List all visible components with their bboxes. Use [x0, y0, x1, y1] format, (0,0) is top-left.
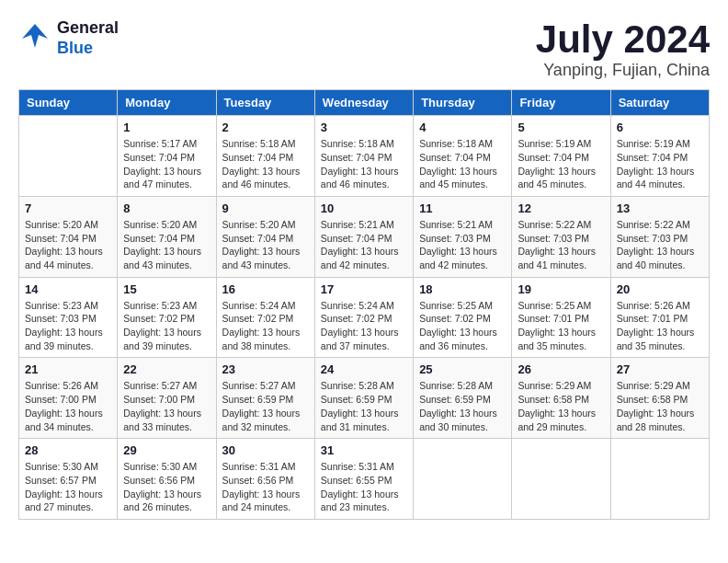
day-number: 7	[25, 201, 111, 215]
header-cell-monday: Monday	[118, 90, 216, 116]
header-row: SundayMondayTuesdayWednesdayThursdayFrid…	[19, 90, 710, 116]
location-title: Yanping, Fujian, China	[536, 61, 710, 80]
day-number: 2	[222, 121, 309, 134]
day-number: 16	[222, 282, 309, 296]
day-cell: 16Sunrise: 5:24 AM Sunset: 7:02 PM Dayli…	[216, 277, 314, 358]
day-cell: 15Sunrise: 5:23 AM Sunset: 7:02 PM Dayli…	[118, 277, 216, 358]
day-number: 18	[419, 282, 506, 296]
day-cell: 7Sunrise: 5:20 AM Sunset: 7:04 PM Daylig…	[19, 196, 118, 277]
day-info: Sunrise: 5:27 AM Sunset: 6:59 PM Dayligh…	[222, 379, 309, 433]
day-number: 15	[123, 282, 210, 296]
day-cell: 6Sunrise: 5:19 AM Sunset: 7:04 PM Daylig…	[610, 116, 709, 197]
day-number: 14	[25, 282, 111, 296]
month-year-title: July 2024	[536, 18, 710, 61]
day-info: Sunrise: 5:24 AM Sunset: 7:02 PM Dayligh…	[222, 299, 309, 353]
day-number: 6	[617, 121, 703, 134]
week-row-1: 1Sunrise: 5:17 AM Sunset: 7:04 PM Daylig…	[19, 116, 710, 197]
day-number: 28	[25, 443, 111, 457]
day-info: Sunrise: 5:22 AM Sunset: 7:03 PM Dayligh…	[518, 218, 604, 272]
day-cell: 1Sunrise: 5:17 AM Sunset: 7:04 PM Daylig…	[118, 116, 216, 197]
day-info: Sunrise: 5:20 AM Sunset: 7:04 PM Dayligh…	[123, 218, 210, 272]
logo-general: General	[57, 18, 119, 39]
day-cell: 30Sunrise: 5:31 AM Sunset: 6:56 PM Dayli…	[216, 439, 314, 520]
day-number: 22	[123, 362, 210, 376]
day-info: Sunrise: 5:28 AM Sunset: 6:59 PM Dayligh…	[321, 379, 407, 433]
title-area: July 2024 Yanping, Fujian, China	[536, 18, 710, 80]
header: General Blue July 2024 Yanping, Fujian, …	[18, 18, 710, 80]
day-cell: 10Sunrise: 5:21 AM Sunset: 7:04 PM Dayli…	[314, 196, 413, 277]
day-info: Sunrise: 5:23 AM Sunset: 7:03 PM Dayligh…	[25, 299, 111, 353]
header-cell-tuesday: Tuesday	[216, 90, 314, 116]
day-cell: 25Sunrise: 5:28 AM Sunset: 6:59 PM Dayli…	[414, 358, 512, 439]
day-cell: 23Sunrise: 5:27 AM Sunset: 6:59 PM Dayli…	[216, 358, 314, 439]
day-number: 4	[419, 121, 506, 134]
day-info: Sunrise: 5:26 AM Sunset: 7:00 PM Dayligh…	[25, 379, 111, 433]
day-cell: 20Sunrise: 5:26 AM Sunset: 7:01 PM Dayli…	[610, 277, 709, 358]
day-info: Sunrise: 5:29 AM Sunset: 6:58 PM Dayligh…	[617, 379, 703, 433]
logo-text: General Blue	[57, 18, 119, 58]
day-number: 21	[25, 362, 111, 376]
day-cell: 5Sunrise: 5:19 AM Sunset: 7:04 PM Daylig…	[512, 116, 610, 197]
header-cell-thursday: Thursday	[414, 90, 512, 116]
header-cell-wednesday: Wednesday	[314, 90, 413, 116]
day-number: 11	[419, 201, 506, 215]
day-info: Sunrise: 5:26 AM Sunset: 7:01 PM Dayligh…	[617, 299, 703, 353]
header-cell-sunday: Sunday	[19, 90, 118, 116]
day-cell	[19, 116, 118, 197]
day-info: Sunrise: 5:21 AM Sunset: 7:03 PM Dayligh…	[419, 218, 506, 272]
day-cell: 22Sunrise: 5:27 AM Sunset: 7:00 PM Dayli…	[118, 358, 216, 439]
day-cell: 17Sunrise: 5:24 AM Sunset: 7:02 PM Dayli…	[314, 277, 413, 358]
day-cell: 21Sunrise: 5:26 AM Sunset: 7:00 PM Dayli…	[19, 358, 118, 439]
svg-marker-0	[22, 24, 48, 48]
header-cell-friday: Friday	[512, 90, 610, 116]
day-info: Sunrise: 5:24 AM Sunset: 7:02 PM Dayligh…	[321, 299, 407, 353]
day-info: Sunrise: 5:31 AM Sunset: 6:56 PM Dayligh…	[222, 460, 309, 514]
day-info: Sunrise: 5:28 AM Sunset: 6:59 PM Dayligh…	[419, 379, 506, 433]
day-cell: 24Sunrise: 5:28 AM Sunset: 6:59 PM Dayli…	[314, 358, 413, 439]
day-number: 20	[617, 282, 703, 296]
day-info: Sunrise: 5:25 AM Sunset: 7:01 PM Dayligh…	[518, 299, 604, 353]
day-cell: 31Sunrise: 5:31 AM Sunset: 6:55 PM Dayli…	[314, 439, 413, 520]
day-cell: 27Sunrise: 5:29 AM Sunset: 6:58 PM Dayli…	[610, 358, 709, 439]
day-cell	[512, 439, 610, 520]
day-number: 26	[518, 362, 604, 376]
day-info: Sunrise: 5:18 AM Sunset: 7:04 PM Dayligh…	[321, 137, 407, 191]
day-cell	[610, 439, 709, 520]
day-cell: 28Sunrise: 5:30 AM Sunset: 6:57 PM Dayli…	[19, 439, 118, 520]
day-number: 24	[321, 362, 407, 376]
day-info: Sunrise: 5:31 AM Sunset: 6:55 PM Dayligh…	[321, 460, 407, 514]
logo-bird-icon	[18, 20, 51, 57]
week-row-2: 7Sunrise: 5:20 AM Sunset: 7:04 PM Daylig…	[19, 196, 710, 277]
day-cell	[414, 439, 512, 520]
logo-blue: Blue	[57, 39, 119, 59]
day-cell: 4Sunrise: 5:18 AM Sunset: 7:04 PM Daylig…	[414, 116, 512, 197]
day-number: 29	[123, 443, 210, 457]
day-number: 23	[222, 362, 309, 376]
day-info: Sunrise: 5:29 AM Sunset: 6:58 PM Dayligh…	[518, 379, 604, 433]
day-number: 30	[222, 443, 309, 457]
day-cell: 29Sunrise: 5:30 AM Sunset: 6:56 PM Dayli…	[118, 439, 216, 520]
day-number: 1	[123, 121, 210, 134]
week-row-4: 21Sunrise: 5:26 AM Sunset: 7:00 PM Dayli…	[19, 358, 710, 439]
day-number: 9	[222, 201, 309, 215]
day-number: 19	[518, 282, 604, 296]
day-info: Sunrise: 5:20 AM Sunset: 7:04 PM Dayligh…	[222, 218, 309, 272]
day-cell: 12Sunrise: 5:22 AM Sunset: 7:03 PM Dayli…	[512, 196, 610, 277]
day-cell: 18Sunrise: 5:25 AM Sunset: 7:02 PM Dayli…	[414, 277, 512, 358]
day-info: Sunrise: 5:30 AM Sunset: 6:56 PM Dayligh…	[123, 460, 210, 514]
day-info: Sunrise: 5:17 AM Sunset: 7:04 PM Dayligh…	[123, 137, 210, 191]
week-row-3: 14Sunrise: 5:23 AM Sunset: 7:03 PM Dayli…	[19, 277, 710, 358]
day-number: 10	[321, 201, 407, 215]
day-cell: 9Sunrise: 5:20 AM Sunset: 7:04 PM Daylig…	[216, 196, 314, 277]
day-number: 5	[518, 121, 604, 134]
day-cell: 14Sunrise: 5:23 AM Sunset: 7:03 PM Dayli…	[19, 277, 118, 358]
day-number: 3	[321, 121, 407, 134]
day-cell: 11Sunrise: 5:21 AM Sunset: 7:03 PM Dayli…	[414, 196, 512, 277]
day-cell: 26Sunrise: 5:29 AM Sunset: 6:58 PM Dayli…	[512, 358, 610, 439]
day-cell: 13Sunrise: 5:22 AM Sunset: 7:03 PM Dayli…	[610, 196, 709, 277]
day-info: Sunrise: 5:18 AM Sunset: 7:04 PM Dayligh…	[419, 137, 506, 191]
calendar-table: SundayMondayTuesdayWednesdayThursdayFrid…	[18, 89, 710, 520]
day-number: 17	[321, 282, 407, 296]
header-cell-saturday: Saturday	[610, 90, 709, 116]
day-cell: 2Sunrise: 5:18 AM Sunset: 7:04 PM Daylig…	[216, 116, 314, 197]
